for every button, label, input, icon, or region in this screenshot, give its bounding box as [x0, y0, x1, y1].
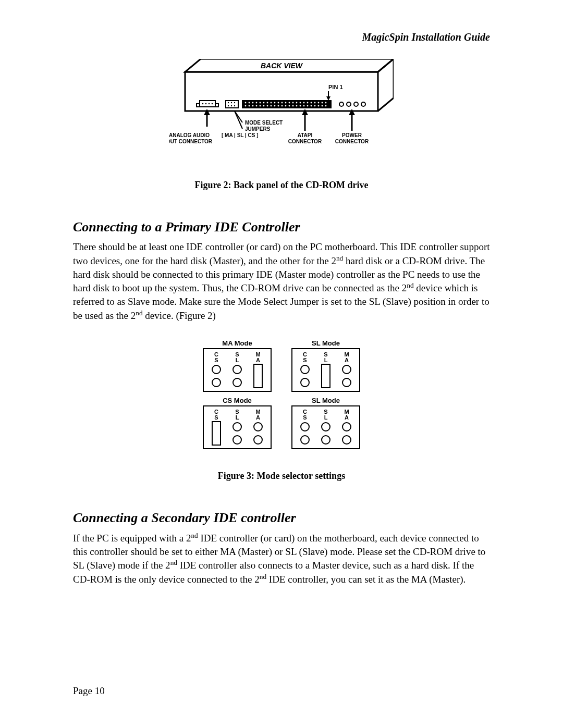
- svg-point-61: [311, 105, 312, 107]
- s1-d: device. (Figure 2): [143, 310, 216, 321]
- svg-point-63: [318, 105, 320, 107]
- svg-point-125: [322, 423, 330, 431]
- ma-mode-label: MA Mode: [222, 339, 252, 347]
- page: MagicSpin Installation Guide BACK VIEW: [0, 0, 563, 728]
- svg-point-47: [260, 105, 261, 107]
- svg-rect-6: [197, 104, 200, 107]
- svg-text:A: A: [256, 357, 260, 363]
- pin1-label: PIN 1: [328, 84, 343, 90]
- figure-2-caption: Figure 2: Back panel of the CD-ROM drive: [73, 180, 490, 191]
- svg-text:S: S: [303, 414, 307, 421]
- atapi-label-2: CONNECTOR: [288, 139, 322, 144]
- svg-point-33: [292, 102, 294, 104]
- mode-selector-diagram: MA Mode C S S L M A SL Mode C S S L M: [193, 338, 370, 458]
- svg-point-10: [209, 103, 210, 105]
- svg-point-41: [322, 102, 323, 104]
- svg-marker-79: [349, 109, 355, 115]
- svg-text:A: A: [345, 414, 349, 421]
- svg-point-42: [325, 102, 327, 104]
- s2-d: IDE controller, you can set it as the MA…: [266, 574, 466, 585]
- svg-marker-73: [204, 109, 210, 115]
- svg-line-2: [378, 59, 394, 72]
- svg-point-64: [322, 105, 323, 107]
- svg-rect-19: [242, 101, 331, 108]
- svg-point-17: [231, 105, 232, 106]
- s2-sup3: nd: [260, 573, 266, 581]
- svg-point-60: [307, 105, 309, 107]
- svg-point-22: [252, 102, 254, 104]
- analog-label-2: OUT CONNECTOR: [169, 139, 213, 144]
- back-panel-diagram: BACK VIEW PIN 1: [169, 59, 394, 174]
- svg-point-56: [292, 105, 294, 107]
- svg-point-100: [301, 378, 309, 387]
- svg-point-39: [314, 102, 316, 104]
- svg-point-18: [234, 105, 235, 106]
- figure-3: MA Mode C S S L M A SL Mode C S S L M: [73, 338, 490, 482]
- mode-select-label-1: MODE SELECT: [245, 120, 283, 126]
- section-1-paragraph: There should be at least one IDE control…: [73, 240, 490, 323]
- svg-point-126: [322, 436, 330, 444]
- svg-point-115: [254, 436, 262, 444]
- svg-point-49: [267, 105, 268, 107]
- svg-point-8: [202, 103, 204, 105]
- svg-point-16: [228, 105, 229, 106]
- s1-sup3: nd: [136, 309, 142, 317]
- svg-text:A: A: [345, 357, 349, 363]
- svg-marker-67: [326, 96, 331, 101]
- atapi-label-1: ATAPI: [298, 132, 313, 138]
- svg-point-44: [249, 105, 250, 107]
- svg-rect-101: [322, 364, 330, 388]
- svg-text:S: S: [214, 357, 218, 363]
- back-view-label: BACK VIEW: [261, 61, 303, 70]
- svg-point-9: [205, 103, 207, 105]
- sl-mode-label-1: SL Mode: [312, 339, 340, 347]
- svg-point-69: [347, 102, 351, 106]
- power-label-1: POWER: [342, 132, 362, 138]
- svg-point-59: [303, 105, 305, 107]
- svg-point-128: [342, 436, 351, 444]
- svg-point-52: [278, 105, 279, 107]
- section-2-paragraph: If the PC is equipped with a 2nd IDE con…: [73, 531, 490, 587]
- svg-point-31: [285, 102, 287, 104]
- svg-point-28: [274, 102, 276, 104]
- svg-point-43: [245, 105, 247, 107]
- page-header: MagicSpin Installation Guide: [73, 31, 490, 43]
- section-1-heading: Connecting to a Primary IDE Controller: [73, 219, 490, 235]
- svg-point-37: [307, 102, 309, 104]
- cs-mode-label: CS Mode: [223, 397, 252, 404]
- svg-point-29: [278, 102, 279, 104]
- svg-point-112: [233, 423, 241, 431]
- svg-point-26: [267, 102, 268, 104]
- svg-text:S: S: [303, 357, 307, 363]
- svg-point-53: [282, 105, 283, 107]
- svg-point-46: [256, 105, 258, 107]
- mode-select-label-3: [ MA | SL | CS ]: [222, 132, 259, 138]
- svg-point-25: [263, 102, 265, 104]
- s2-a: If the PC is equipped with a 2: [73, 533, 191, 544]
- svg-point-103: [342, 378, 351, 387]
- svg-point-38: [311, 102, 312, 104]
- svg-point-30: [282, 102, 283, 104]
- svg-point-23: [256, 102, 258, 104]
- svg-rect-111: [212, 422, 221, 445]
- svg-point-88: [212, 378, 221, 387]
- svg-point-87: [212, 365, 221, 374]
- svg-point-34: [296, 102, 298, 104]
- s2-sup1: nd: [191, 532, 198, 539]
- s2-sup2: nd: [170, 559, 177, 566]
- svg-point-124: [301, 436, 309, 444]
- svg-point-89: [233, 365, 241, 374]
- svg-text:A: A: [256, 414, 260, 421]
- svg-point-99: [301, 365, 309, 374]
- svg-marker-77: [302, 109, 308, 115]
- svg-line-4: [378, 98, 394, 111]
- svg-rect-7: [215, 104, 218, 107]
- svg-point-114: [254, 423, 262, 431]
- svg-point-102: [342, 365, 351, 374]
- svg-point-32: [289, 102, 290, 104]
- svg-point-13: [228, 102, 229, 103]
- svg-point-58: [300, 105, 301, 107]
- svg-point-54: [285, 105, 287, 107]
- svg-point-70: [354, 102, 358, 106]
- sl-mode-label-2: SL Mode: [312, 397, 340, 404]
